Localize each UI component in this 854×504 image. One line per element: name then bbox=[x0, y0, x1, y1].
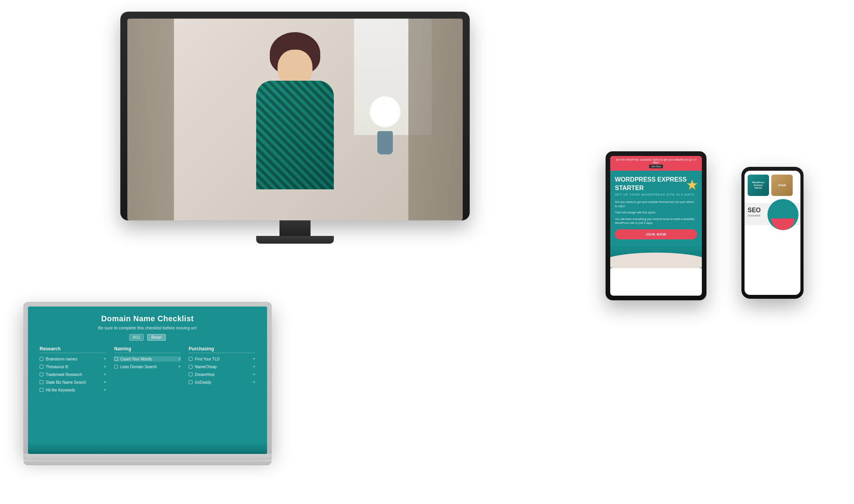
tablet-bottom-wave bbox=[610, 245, 702, 268]
laptop-screen: Domain Name Checklist Be sure to complet… bbox=[28, 307, 267, 454]
item-label: Thesaurus It! bbox=[46, 365, 102, 369]
laptop-checklist-content: Domain Name Checklist Be sure to complet… bbox=[28, 307, 267, 403]
checkbox[interactable] bbox=[114, 357, 118, 361]
research-column: Research Brainstorm names + Thesaurus It… bbox=[40, 346, 106, 395]
checklist-title: Domain Name Checklist bbox=[40, 314, 255, 323]
screen-overlay bbox=[28, 442, 267, 454]
list-item: Trademark Research + bbox=[40, 372, 106, 377]
tablet-join-button[interactable]: JOIN NOW bbox=[615, 229, 697, 239]
naming-heading: Naming bbox=[114, 346, 181, 353]
item-label: State Biz Name Search bbox=[46, 380, 102, 384]
plus-icon[interactable]: + bbox=[104, 364, 106, 369]
item-label: Find Your TLD bbox=[195, 357, 251, 361]
item-label: Trademark Research bbox=[46, 372, 102, 377]
curtain-left bbox=[127, 19, 174, 220]
tablet-body-1: Are you ready to get your website finish… bbox=[615, 200, 697, 208]
tablet-wp-title-line2: STARTER bbox=[615, 185, 697, 192]
purchasing-column: Purchasing Find Your TLD + NameCheap + bbox=[189, 346, 255, 395]
plus-icon[interactable]: + bbox=[253, 379, 255, 385]
list-item: Lean Domain Search + bbox=[114, 364, 181, 369]
phone-top-section: WordPress Express Starter STAR bbox=[745, 171, 800, 203]
item-label: Lean Domain Search bbox=[120, 365, 177, 369]
phone-screen: WordPress Express Starter STAR SEO Check… bbox=[745, 171, 800, 295]
laptop-base-top bbox=[23, 454, 272, 460]
teal-circle-decoration bbox=[767, 199, 798, 230]
woman-body bbox=[256, 81, 334, 189]
list-item: GoDaddy + bbox=[189, 379, 255, 385]
tablet-body-2: That will change with this sprint. bbox=[615, 211, 697, 215]
tablet-wp-title-line1: WORDPRESS EXPRESS bbox=[615, 176, 697, 183]
item-label: DreamHost bbox=[195, 372, 251, 377]
monitor-base bbox=[256, 236, 334, 244]
plus-icon[interactable]: + bbox=[253, 364, 255, 369]
checklist-subtitle: Be sure to complete this checklist befor… bbox=[40, 326, 255, 330]
monitor-stand-neck bbox=[279, 220, 311, 236]
phone-seo-section: SEO Checklist Online Marketing for Moms bbox=[745, 203, 800, 225]
list-item: Find Your TLD + bbox=[189, 356, 255, 362]
list-item: Count Your Words + bbox=[114, 356, 181, 362]
counter-badge: 0/11 bbox=[129, 334, 144, 341]
badge-text-line1: WordPress bbox=[752, 181, 765, 184]
tablet-wp-subtitle: SET UP YOUR WORDPRESS SITE IN 5 DAYS bbox=[615, 193, 697, 196]
item-label: Brainstorm names bbox=[46, 357, 102, 361]
phone: WordPress Express Starter STAR SEO Check… bbox=[741, 167, 804, 299]
purchasing-heading: Purchasing bbox=[189, 346, 255, 353]
checkbox[interactable] bbox=[40, 380, 43, 384]
item-label: Count Your Words bbox=[120, 357, 177, 361]
starter-badge: STAR bbox=[771, 175, 793, 196]
scene: Domain Name Checklist Be sure to complet… bbox=[0, 0, 854, 504]
tablet-main-content: WORDPRESS EXPRESS STARTER SET UP YOUR WO… bbox=[610, 171, 702, 245]
checklist-columns: Research Brainstorm names + Thesaurus It… bbox=[40, 346, 255, 395]
starter-text: STAR bbox=[778, 184, 786, 187]
list-item: Hit the Keywords + bbox=[40, 387, 106, 393]
curtain-right bbox=[408, 19, 463, 220]
badge-text-line2: Express bbox=[754, 184, 763, 187]
item-label: Hit the Keywords bbox=[46, 388, 102, 392]
wordpress-express-badge: WordPress Express Starter bbox=[748, 175, 769, 196]
tablet-top-join-button[interactable]: Join Now bbox=[649, 165, 663, 168]
plus-icon[interactable]: + bbox=[253, 372, 255, 377]
flowers-decoration bbox=[366, 96, 404, 154]
naming-column: Naming Count Your Words + Lean Domain Se… bbox=[114, 346, 181, 395]
tablet-body-3: You will learn everything you need to kn… bbox=[615, 217, 697, 225]
course-badges: WordPress Express Starter STAR bbox=[748, 175, 797, 196]
top-bar-text: Join the WordPress Jumpstart Sprint to g… bbox=[613, 158, 699, 164]
checkbox[interactable] bbox=[40, 372, 43, 376]
plus-icon[interactable]: + bbox=[104, 372, 106, 377]
laptop-base bbox=[23, 461, 272, 465]
badge-text-line3: Starter bbox=[755, 187, 762, 189]
laptop: Domain Name Checklist Be sure to complet… bbox=[23, 302, 272, 465]
plus-icon[interactable]: + bbox=[104, 356, 106, 362]
checkbox[interactable] bbox=[189, 357, 193, 361]
tablet-screen: Join the WordPress Jumpstart Sprint to g… bbox=[610, 156, 702, 296]
list-item: Thesaurus It! + bbox=[40, 364, 106, 369]
item-label: NameCheap bbox=[195, 365, 251, 369]
checkbox[interactable] bbox=[40, 357, 43, 361]
tablet-top-bar: Join the WordPress Jumpstart Sprint to g… bbox=[610, 156, 702, 171]
plus-icon[interactable]: + bbox=[104, 387, 106, 393]
pink-half-decoration bbox=[771, 218, 795, 230]
checkbox[interactable] bbox=[189, 380, 193, 384]
list-item: Brainstorm names + bbox=[40, 356, 106, 362]
plus-icon[interactable]: + bbox=[104, 379, 106, 385]
list-item: DreamHost + bbox=[189, 372, 255, 377]
plus-icon[interactable]: + bbox=[178, 364, 181, 369]
checkbox[interactable] bbox=[189, 365, 193, 369]
plus-icon[interactable]: + bbox=[253, 356, 255, 362]
checkbox[interactable] bbox=[40, 388, 43, 392]
checkbox[interactable] bbox=[40, 365, 43, 369]
desktop-monitor bbox=[120, 12, 470, 244]
tablet: Join the WordPress Jumpstart Sprint to g… bbox=[606, 151, 706, 300]
seo-label: SEO bbox=[748, 207, 797, 214]
checkbox[interactable] bbox=[189, 372, 193, 376]
list-item: NameCheap + bbox=[189, 364, 255, 369]
item-label: GoDaddy bbox=[195, 380, 251, 384]
plus-icon[interactable]: + bbox=[178, 356, 181, 362]
reset-button[interactable]: Reset bbox=[147, 334, 166, 341]
checklist-counter-row: 0/11 Reset bbox=[40, 333, 255, 341]
checkbox[interactable] bbox=[114, 365, 118, 369]
research-heading: Research bbox=[40, 346, 106, 353]
list-item: State Biz Name Search + bbox=[40, 379, 106, 385]
